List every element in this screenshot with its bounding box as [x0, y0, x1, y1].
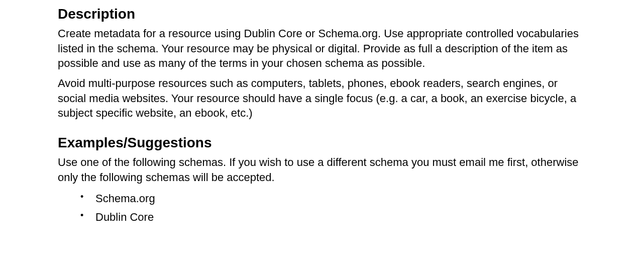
list-item: Schema.org	[80, 190, 586, 207]
description-paragraph-2: Avoid multi-purpose resources such as co…	[58, 76, 586, 121]
description-paragraph-1: Create metadata for a resource using Dub…	[58, 26, 586, 71]
schema-list: Schema.org Dublin Core	[58, 190, 586, 225]
examples-heading: Examples/Suggestions	[58, 135, 586, 151]
description-heading: Description	[58, 6, 586, 22]
list-item: Dublin Core	[80, 209, 586, 225]
examples-intro: Use one of the following schemas. If you…	[58, 155, 586, 185]
